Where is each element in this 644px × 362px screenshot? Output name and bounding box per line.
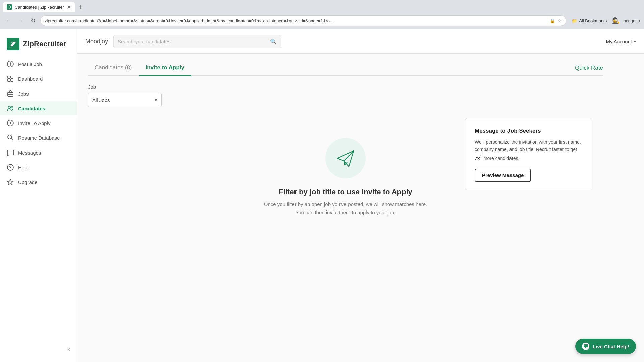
svg-rect-5 bbox=[11, 76, 13, 78]
message-card-body: We'll personalize the invitation with yo… bbox=[475, 138, 583, 162]
sidebar-item-messages[interactable]: Messages bbox=[0, 145, 77, 160]
refresh-button[interactable]: ↻ bbox=[28, 16, 38, 25]
page-area: Candidates (8) Invite to Apply Quick Rat… bbox=[77, 54, 644, 362]
page-inner: Candidates (8) Invite to Apply Quick Rat… bbox=[77, 54, 614, 237]
forward-button[interactable]: → bbox=[16, 16, 25, 25]
browser-nav: ← → ↻ ziprecruiter.com/candidates?q=&lab… bbox=[0, 12, 644, 29]
search-bar[interactable]: 🔍 bbox=[113, 35, 281, 48]
live-chat-label: Live Chat Help! bbox=[593, 344, 629, 349]
sidebar-logo: ZipRecruiter bbox=[0, 35, 77, 57]
sidebar-collapse-button[interactable]: « bbox=[0, 342, 77, 357]
sidebar-item-upgrade[interactable]: Upgrade bbox=[0, 175, 77, 189]
preview-message-button[interactable]: Preview Message bbox=[475, 169, 531, 182]
message-icon bbox=[7, 149, 14, 156]
tab-invite-to-apply[interactable]: Invite to Apply bbox=[139, 60, 192, 76]
search-icon: 🔍 bbox=[270, 38, 277, 45]
plus-circle-icon bbox=[7, 60, 14, 68]
sidebar-item-candidates[interactable]: Candidates bbox=[0, 101, 77, 115]
company-name: Moodjoy bbox=[85, 38, 108, 45]
my-account-button[interactable]: My Account ▾ bbox=[606, 39, 636, 44]
job-filter-label: Job bbox=[88, 84, 603, 90]
sidebar-item-invite-to-apply[interactable]: Invite To Apply bbox=[0, 116, 77, 130]
sidebar-logo-text: ZipRecruiter bbox=[23, 40, 66, 48]
sidebar-item-label: Dashboard bbox=[18, 76, 43, 82]
briefcase-icon bbox=[7, 90, 14, 97]
star-icon: ☆ bbox=[558, 18, 562, 23]
ziprecruiter-logo-icon bbox=[7, 38, 19, 50]
search-input[interactable] bbox=[118, 39, 267, 44]
chevron-down-icon: ▾ bbox=[634, 39, 636, 44]
sidebar-item-label: Resume Database bbox=[18, 135, 60, 141]
empty-state-icon bbox=[325, 138, 366, 178]
chevron-down-icon: ▾ bbox=[155, 97, 157, 103]
sidebar: ZipRecruiter Post a Job bbox=[0, 29, 77, 362]
empty-state-title: Filter by job title to use Invite to App… bbox=[279, 188, 412, 196]
svg-point-13 bbox=[8, 135, 12, 139]
message-card-title: Message to Job Seekers bbox=[475, 128, 583, 134]
tab-title: Candidates | ZipRecruiter bbox=[15, 5, 64, 10]
sidebar-item-help[interactable]: Help bbox=[0, 160, 77, 174]
shield-icon: 🔒 bbox=[550, 18, 555, 23]
sidebar-item-post-a-job[interactable]: Post a Job bbox=[0, 57, 77, 71]
invite-icon bbox=[7, 119, 14, 127]
live-chat-button[interactable]: Live Chat Help! bbox=[575, 339, 636, 354]
app-wrapper: ZipRecruiter Post a Job bbox=[0, 29, 644, 362]
sidebar-nav: Post a Job Dashboard bbox=[0, 57, 77, 189]
main-content: Moodjoy 🔍 My Account ▾ Candidates (8) I bbox=[77, 29, 644, 362]
empty-state-description: Once you filter by an open job you've po… bbox=[264, 200, 427, 217]
svg-point-10 bbox=[8, 106, 11, 109]
url-text: ziprecruiter.com/candidates?q=&label_nam… bbox=[45, 18, 547, 23]
message-card: Message to Job Seekers We'll personalize… bbox=[465, 118, 592, 190]
svg-point-11 bbox=[11, 107, 13, 108]
topbar: Moodjoy 🔍 My Account ▾ bbox=[77, 29, 644, 54]
sidebar-item-label: Help bbox=[18, 165, 29, 170]
job-select-value: All Jobs bbox=[92, 97, 110, 103]
active-tab[interactable]: Candidates | ZipRecruiter ✕ bbox=[3, 2, 75, 12]
bookmarks-label: All Bookmarks bbox=[579, 18, 607, 23]
tab-favicon bbox=[7, 4, 12, 10]
svg-rect-4 bbox=[8, 76, 10, 78]
sidebar-item-jobs[interactable]: Jobs bbox=[0, 86, 77, 101]
sidebar-item-label: Upgrade bbox=[18, 179, 38, 185]
svg-rect-6 bbox=[8, 79, 10, 81]
sidebar-item-label: Jobs bbox=[18, 91, 29, 97]
incognito-label: Incognito bbox=[622, 18, 640, 23]
bookmarks-button[interactable]: 📁 All Bookmarks bbox=[569, 18, 609, 23]
back-button[interactable]: ← bbox=[4, 16, 13, 25]
incognito-icon: 🕵️ bbox=[612, 17, 620, 24]
users-icon bbox=[7, 105, 14, 112]
svg-rect-7 bbox=[11, 79, 13, 81]
bookmarks-icon: 📁 bbox=[572, 18, 577, 23]
grid-icon bbox=[7, 75, 14, 82]
browser-chrome: Candidates | ZipRecruiter ✕ + ← → ↻ zipr… bbox=[0, 0, 644, 29]
sidebar-item-label: Messages bbox=[18, 150, 41, 156]
sidebar-item-dashboard[interactable]: Dashboard bbox=[0, 72, 77, 86]
address-bar[interactable]: ziprecruiter.com/candidates?q=&label_nam… bbox=[40, 15, 566, 26]
account-label: My Account bbox=[606, 39, 632, 44]
help-circle-icon bbox=[7, 164, 14, 171]
paper-plane-icon bbox=[335, 147, 356, 169]
content-row: Filter by job title to use Invite to App… bbox=[88, 118, 603, 230]
quick-rate-button[interactable]: Quick Rate bbox=[575, 61, 603, 75]
sidebar-item-label: Invite To Apply bbox=[18, 120, 50, 126]
chat-icon bbox=[582, 343, 589, 350]
sidebar-item-label: Candidates bbox=[18, 106, 45, 111]
browser-tabs: Candidates | ZipRecruiter ✕ + bbox=[0, 0, 644, 12]
address-bar-icons: 🔒 ☆ bbox=[550, 18, 562, 23]
sidebar-item-label: Post a Job bbox=[18, 61, 42, 67]
search-person-icon bbox=[7, 134, 14, 141]
svg-point-16 bbox=[10, 169, 11, 169]
job-select-dropdown[interactable]: All Jobs ▾ bbox=[88, 93, 162, 107]
svg-marker-17 bbox=[8, 179, 13, 185]
new-tab-button[interactable]: + bbox=[76, 2, 86, 12]
page-tabs: Candidates (8) Invite to Apply Quick Rat… bbox=[88, 60, 603, 76]
svg-point-12 bbox=[7, 120, 13, 126]
star-icon bbox=[7, 178, 14, 186]
sidebar-item-resume-database[interactable]: Resume Database bbox=[0, 131, 77, 145]
svg-line-14 bbox=[11, 139, 13, 140]
tab-candidates[interactable]: Candidates (8) bbox=[88, 60, 139, 76]
tab-close-button[interactable]: ✕ bbox=[67, 4, 71, 10]
